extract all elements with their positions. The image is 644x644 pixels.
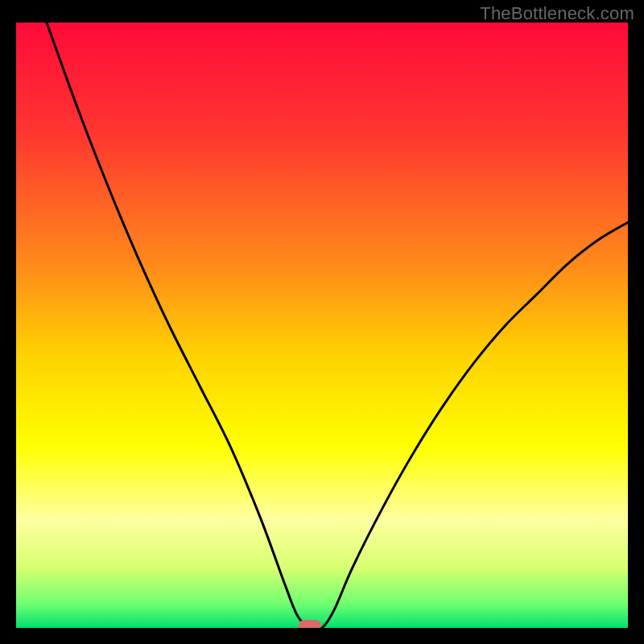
chart-svg: [16, 23, 628, 628]
watermark: TheBottleneck.com: [480, 3, 634, 24]
chart-frame: TheBottleneck.com: [0, 0, 644, 644]
gradient-background: [16, 23, 628, 628]
optimal-marker: [299, 620, 321, 628]
bottleneck-plot: [16, 23, 628, 628]
